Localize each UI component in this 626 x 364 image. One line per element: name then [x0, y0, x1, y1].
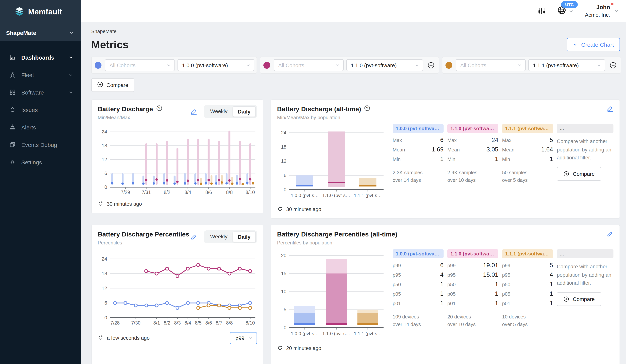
remove-filter-icon[interactable]: [427, 61, 435, 69]
chevron-down-icon: [68, 72, 73, 77]
stat-row: p011: [393, 300, 444, 309]
cohort-select-value: All Cohorts: [278, 62, 304, 68]
refresh-icon[interactable]: [277, 206, 283, 213]
stat-sample-line: over 10 days: [447, 176, 498, 184]
stat-row: p051: [502, 290, 553, 300]
sidebar-item-issues[interactable]: Issues: [0, 101, 81, 118]
compare-population-button[interactable]: Compare: [557, 292, 601, 306]
stat-sample-line: 109 devices: [393, 313, 444, 321]
svg-text:8/10: 8/10: [245, 190, 255, 195]
project-switcher[interactable]: ShapeMate: [0, 24, 81, 41]
svg-text:24: 24: [102, 129, 107, 134]
create-chart-button[interactable]: Create Chart: [567, 38, 620, 51]
svg-text:7/29: 7/29: [121, 190, 130, 195]
sidebar-item-settings[interactable]: Settings: [0, 153, 81, 171]
user-menu[interactable]: John Acme, Inc.: [585, 3, 619, 19]
svg-text:0: 0: [284, 325, 286, 330]
stat-sample-line: over 5 days: [502, 321, 553, 328]
sidebar-item-software[interactable]: Software: [0, 84, 81, 101]
stat-sample-note: 50 samplesover 5 days: [502, 169, 553, 184]
population-badge: 1.1.0 (pvt-softwa…: [447, 249, 498, 258]
stat-label: Min: [393, 156, 401, 162]
svg-text:1.0.0 (pvt-s…: 1.0.0 (pvt-s…: [291, 193, 319, 198]
stat-value: 1: [440, 290, 444, 297]
timezone-menu[interactable]: UTC: [557, 6, 574, 16]
svg-text:8/2: 8/2: [164, 320, 170, 326]
refresh-icon[interactable]: [98, 335, 103, 342]
svg-text:10: 10: [281, 289, 286, 294]
help-icon[interactable]: ?: [364, 105, 370, 113]
svg-text:8/10: 8/10: [245, 320, 255, 326]
svg-text:12: 12: [102, 157, 107, 162]
stat-label: p50: [447, 282, 456, 287]
stat-sample-line: over 10 days: [447, 321, 498, 328]
percentile-select[interactable]: p99: [230, 332, 257, 344]
cohort-select[interactable]: All Cohorts: [105, 59, 175, 71]
battery-discharge-chart[interactable]: 612182407/297/318/28/48/68/88/10: [98, 125, 258, 198]
version-select[interactable]: 1.1.0 (pvt-software): [346, 59, 423, 71]
svg-text:8/4: 8/4: [185, 320, 191, 326]
help-icon[interactable]: ?: [156, 105, 162, 113]
sidebar-item-events-debug[interactable]: Events Debug: [0, 136, 81, 153]
brand-logo-row[interactable]: Memfault: [0, 0, 81, 24]
stat-value: 19.01: [483, 262, 498, 269]
svg-text:20: 20: [281, 253, 286, 258]
card-title: Battery Discharge Percentiles (all-time): [277, 231, 397, 239]
battery-discharge-alltime-chart[interactable]: 612182401.0.0 (pvt-s…1.1.0 (pvt-s…1.1.1 …: [277, 124, 387, 205]
stat-value: 4: [440, 271, 444, 278]
edit-chart-icon[interactable]: [607, 105, 614, 112]
toggle-option-daily[interactable]: Daily: [233, 232, 256, 242]
stat-sample-line: over 5 days: [502, 176, 553, 184]
card-subtitle: Min/Mean/Max by population: [277, 115, 370, 121]
card-subtitle: Percentiles: [98, 240, 189, 246]
stat-row: p011: [502, 300, 553, 309]
org-name: Acme, Inc.: [585, 12, 610, 18]
sidebar-item-dashboards[interactable]: Dashboards: [0, 49, 81, 66]
stat-value: 3.05: [486, 146, 498, 153]
metrics-charts-icon[interactable]: [537, 7, 546, 15]
sidebar-item-alerts[interactable]: Alerts: [0, 118, 81, 136]
toggle-option-daily[interactable]: Daily: [233, 106, 256, 117]
cohort-select[interactable]: All Cohorts: [456, 59, 526, 71]
more-populations-badge: ...: [557, 249, 614, 258]
svg-text:18: 18: [281, 144, 286, 150]
plus-circle-icon: [97, 81, 103, 89]
edit-chart-icon[interactable]: [607, 231, 614, 237]
card-title: Battery Discharge (all-time) ?: [277, 105, 370, 113]
edit-chart-icon[interactable]: [191, 233, 197, 240]
version-select[interactable]: 1.0.0 (pvt-software): [178, 59, 254, 71]
refresh-icon[interactable]: [277, 345, 283, 352]
battery-discharge-percentiles-chart[interactable]: 612182407/287/308/18/28/38/48/58/68/78/8…: [98, 250, 258, 329]
chevron-down-icon: [614, 8, 619, 14]
cohort-select[interactable]: All Cohorts: [274, 59, 344, 71]
stat-row: Mean1.64: [502, 146, 553, 156]
stat-label: p99: [393, 263, 401, 268]
stat-sample-note: 2.9K samplesover 10 days: [447, 169, 498, 184]
svg-text:8/5: 8/5: [195, 320, 202, 326]
population-badge: 1.1.1 (pvt-softwa…: [502, 249, 553, 258]
compare-population-button[interactable]: Compare: [557, 167, 601, 181]
svg-text:1.1.0 (pvt-s…: 1.1.0 (pvt-s…: [322, 193, 350, 198]
timezone-badge: UTC: [561, 1, 578, 8]
card-battery-discharge-percentiles-alltime: Battery Discharge Percentiles (all-time)…: [271, 225, 620, 364]
stat-sample-line: 20 devices: [447, 313, 498, 321]
stat-value: 15.01: [483, 271, 498, 278]
breadcrumb[interactable]: ShapeMate: [91, 29, 620, 34]
sidebar-item-fleet[interactable]: Fleet: [0, 66, 81, 84]
card-title: Battery Discharge Percentiles: [98, 231, 189, 239]
remove-filter-icon[interactable]: [609, 61, 617, 69]
toggle-option-weekly[interactable]: Weekly: [205, 232, 233, 242]
refresh-icon[interactable]: [98, 201, 103, 208]
population-filter-row: All Cohorts1.0.0 (pvt-software)All Cohor…: [91, 57, 620, 74]
toggle-option-weekly[interactable]: Weekly: [205, 106, 233, 117]
svg-text:8/8: 8/8: [226, 190, 233, 195]
stat-value: 1: [495, 156, 498, 163]
user-name: John: [596, 4, 610, 11]
svg-text:12: 12: [102, 285, 107, 291]
stat-rows: Max5Mean1.64Min1: [502, 137, 553, 165]
version-select[interactable]: 1.1.1 (pvt-software): [528, 59, 605, 71]
edit-chart-icon[interactable]: [191, 108, 197, 115]
battery-discharge-percentiles-alltime-chart[interactable]: 510152001.0.0 (pvt-s…1.1.0 (pvt-s…1.1.1 …: [277, 249, 387, 343]
stat-value: 1: [549, 300, 553, 307]
compare-button[interactable]: Compare: [91, 78, 134, 92]
